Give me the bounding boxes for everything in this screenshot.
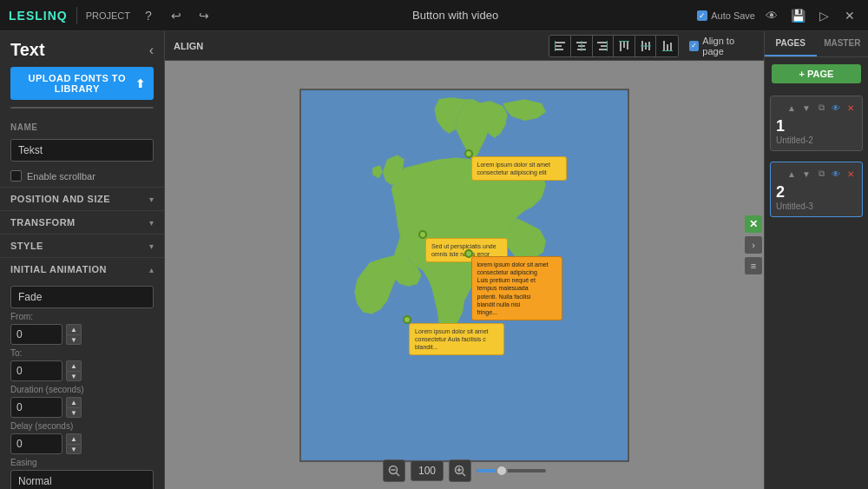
duration-step-up[interactable]: ▲ [66,397,82,407]
duration-stepper[interactable]: ▲ ▼ [66,397,82,418]
svg-rect-8 [597,42,608,43]
transform-section[interactable]: TRANSFORM ▾ [0,210,164,234]
align-to-page-checkbox[interactable]: ✓ Align to page [689,36,755,56]
close-icon[interactable]: ✕ [840,6,859,25]
help-icon[interactable]: ? [139,6,158,25]
view-tab[interactable]: VIEW [72,107,133,109]
page-2-name: Untitled-3 [776,202,857,211]
align-middle-button[interactable] [635,36,657,56]
delay-input[interactable] [10,433,62,454]
panel-title: Text [10,40,45,60]
page-title: Button with video [222,9,688,22]
svg-rect-22 [670,43,672,51]
zoom-slider[interactable] [477,469,546,472]
undo-icon[interactable]: ↩ [167,6,186,25]
from-input[interactable] [10,324,62,345]
publish-icon[interactable]: ▷ [814,6,833,25]
zoom-slider-thumb[interactable] [496,465,508,477]
to-step-down[interactable]: ▼ [66,371,82,381]
topbar-separator [76,7,77,24]
map-pin-4 [403,315,411,324]
from-stepper[interactable]: ▲ ▼ [66,324,82,345]
easing-select[interactable]: Normal EaseIn EaseOut EaseInOut [10,470,154,489]
align-left-button[interactable] [549,36,571,56]
to-row: ▲ ▼ [10,360,154,381]
align-page-label: Align to page [702,36,755,56]
right-panel: PAGES MASTER + PAGE ▲ ▼ ⧉ 👁 ✕ 1 Untitled… [764,31,868,489]
page-1-up-icon[interactable]: ▲ [786,102,798,114]
page-card-1: ▲ ▼ ⧉ 👁 ✕ 1 Untitled-2 [770,96,863,151]
autosave: ✓ Auto Save [697,10,755,21]
page-1-number: 1 [776,117,857,135]
add-action-button[interactable]: + [132,107,153,109]
upload-fonts-button[interactable]: UPLOAD FONTS TO LIBRARY ⬆ [10,67,154,100]
svg-rect-12 [620,41,621,51]
align-center-button[interactable] [571,36,593,56]
page-2-eye-icon[interactable]: 👁 [830,168,842,180]
from-row: ▲ ▼ [10,324,154,345]
position-size-section[interactable]: POSITION AND SIZE ▾ [0,187,164,210]
logo: LESLINQ [9,9,68,23]
map-tooltip-3[interactable]: lorem ipsum dolor sit amet consectetur a… [471,256,562,320]
master-tab[interactable]: MASTER [817,31,869,56]
upload-icon: ⬆ [135,77,146,90]
page-2-delete-icon[interactable]: ✕ [845,168,857,180]
delay-step-up[interactable]: ▲ [66,433,82,444]
delay-label: Delay (seconds) [10,418,154,431]
style-section[interactable]: STYLE ▾ [0,234,164,257]
from-step-up[interactable]: ▲ [66,324,82,334]
zoom-in-button[interactable] [449,459,471,482]
duration-label: Duration (seconds) [10,381,154,394]
pages-tab[interactable]: PAGES [765,31,817,56]
page-2-down-icon[interactable]: ▼ [800,168,812,180]
svg-rect-14 [627,41,628,50]
animation-type-select[interactable]: Fade Slide Zoom Bounce [10,286,154,308]
align-right-button[interactable] [593,36,615,56]
enable-scrollbar-row: Enable scrollbar [0,169,164,187]
name-label: NAME [0,117,164,135]
page-1-eye-icon[interactable]: 👁 [830,102,842,114]
page-2-up-icon[interactable]: ▲ [786,168,798,180]
to-step-up[interactable]: ▲ [66,360,82,371]
page-1-down-icon[interactable]: ▼ [800,102,812,114]
side-action-green-button[interactable]: ✕ [745,215,762,233]
page-1-copy-icon[interactable]: ⧉ [815,102,827,114]
page-2-copy-icon[interactable]: ⧉ [815,168,827,180]
delay-stepper[interactable]: ▲ ▼ [66,433,82,454]
name-input[interactable] [10,139,154,162]
align-buttons [549,35,679,57]
delay-step-down[interactable]: ▼ [66,444,82,454]
animation-content: Fade Slide Zoom Bounce From: ▲ ▼ To: ▲ ▼ [0,281,164,489]
map-tooltip-4[interactable]: Lorem ipsum dolor sit amet consectetur A… [409,323,504,355]
redo-icon[interactable]: ↪ [194,6,214,25]
enable-scrollbar-label: Enable scrollbar [27,171,95,182]
project-link[interactable]: PROJECT [86,10,130,21]
zoom-slider-fill [477,469,497,472]
from-step-down[interactable]: ▼ [66,334,82,345]
to-stepper[interactable]: ▲ ▼ [66,360,82,381]
canvas-wrapper: Lorem ipsum dolor sit amet consectetur a… [299,89,629,462]
duration-input[interactable] [10,397,62,418]
to-input[interactable] [10,360,62,381]
side-action-layers-button[interactable]: ≡ [745,257,762,274]
side-action-forward-button[interactable]: › [745,236,762,254]
action-tab[interactable]: ACTION [11,107,72,109]
initial-animation-section[interactable]: INITIAL ANIMATION ▴ [0,257,164,281]
zoom-out-button[interactable] [383,459,405,482]
page-1-delete-icon[interactable]: ✕ [845,102,857,114]
align-top-button[interactable] [614,36,635,56]
align-bottom-button[interactable] [656,36,678,56]
action-view-tabs: ACTION VIEW + [10,107,154,109]
upload-btn-label: UPLOAD FONTS TO LIBRARY [19,73,135,94]
pages-tabs: PAGES MASTER [765,31,868,57]
add-page-button[interactable]: + PAGE [772,64,861,83]
duration-step-down[interactable]: ▼ [66,407,82,418]
map-tooltip-1[interactable]: Lorem ipsum dolor sit amet consectetur a… [471,156,567,181]
svg-rect-1 [555,45,562,47]
enable-scrollbar-checkbox[interactable] [10,170,22,182]
save-icon[interactable]: 💾 [788,6,807,25]
autosave-checkbox[interactable]: ✓ [697,10,707,21]
preview-icon[interactable]: 👁 [762,6,781,25]
svg-rect-11 [607,41,608,51]
panel-close-button[interactable]: ‹ [149,43,154,58]
